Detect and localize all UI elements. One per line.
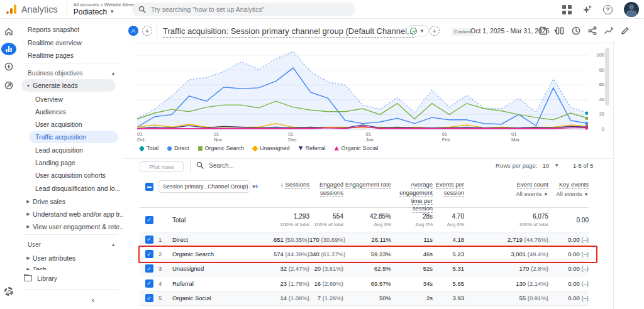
divider (613, 41, 614, 309)
report-avatar-badge[interactable]: A (128, 26, 138, 36)
table-total-row: Total 1,293100% of total 554100% of tota… (140, 208, 589, 232)
plot-rows-button[interactable]: Plot rows (140, 161, 184, 172)
chevron-expanded-icon: ▼ (24, 84, 33, 88)
pin-marker-icon (139, 145, 145, 151)
table-row-organic-social: 5 Organic Social 14 (1.08%) 7 (1.26%) 50… (140, 291, 589, 306)
chart-legend: Total Direct Organic Search Unassigned R… (140, 145, 378, 151)
sidebar-item-user-attributes[interactable]: ▶User attributes (18, 252, 123, 264)
sidebar-item-realtime-pages[interactable]: Realtime pages (18, 49, 123, 62)
history-clock-icon[interactable] (571, 26, 581, 36)
table-row-referral: 4 Referral 23 (1.78%) 16 (2.89%) 69.57% … (140, 276, 589, 291)
user-avatar[interactable] (624, 2, 639, 17)
sidebar-section-business-objectives[interactable]: Business objectives▴ (18, 67, 123, 79)
x-axis-label: 01Dec (288, 131, 296, 143)
apps-grid-icon[interactable] (562, 5, 572, 14)
chevron-down-icon: ▼ (419, 28, 425, 34)
account-switcher[interactable]: All accounts > Website Aliner Podiatech▼ (74, 2, 135, 16)
row-checkbox[interactable] (145, 294, 153, 302)
report-toolbar: A + Traffic acquisition: Session primary… (123, 23, 644, 41)
sidebar-item-generate-leads[interactable]: ▼ Generate leads (18, 79, 123, 92)
sidebar-item-traffic-acquisition[interactable]: Traffic acquisition (18, 131, 123, 143)
event-count-filter[interactable]: All events ▼ (464, 190, 548, 198)
table-search-input[interactable] (209, 162, 291, 169)
chevron-down-icon[interactable]: ▼ (554, 163, 559, 168)
row-checkbox[interactable] (145, 236, 153, 244)
sidebar-item-user-acquisition-cohorts[interactable]: User acquisition cohorts (18, 169, 123, 182)
divider (23, 234, 118, 235)
sidebar-item-overview[interactable]: Overview (18, 93, 123, 106)
sidebar-item-lead-disqualification[interactable]: Lead disqualification and lo... (18, 182, 123, 195)
diamond-marker-icon (252, 145, 258, 151)
advertising-icon[interactable] (3, 79, 15, 92)
compare-icon[interactable] (555, 26, 565, 36)
key-events-filter[interactable]: All events ▼ (548, 190, 589, 198)
sort-desc-icon: ↓ (280, 181, 284, 188)
table-search[interactable] (196, 161, 291, 169)
sidebar-item-lead-acquisition[interactable]: Lead acquisition (18, 144, 123, 156)
reports-sidebar: Reports snapshot Realtime overview Realt… (18, 19, 123, 309)
sidebar-item-library[interactable]: Library (18, 270, 123, 286)
y-axis-label: 100 (596, 52, 604, 58)
help-icon[interactable]: ? (603, 5, 613, 14)
legend-item-referral: Referral (299, 145, 326, 151)
sidebar-item-landing-page[interactable]: Landing page (18, 156, 123, 169)
add-report-button[interactable]: + (430, 26, 440, 36)
gemini-sparkle-icon[interactable] (583, 5, 592, 14)
table-row-organic-search: 2 Organic Search 574 (44.39%) 340 (61.37… (140, 247, 589, 261)
x-axis-label: 01Mar (511, 131, 519, 143)
sidebar-item-understand-traffic[interactable]: ▶Understand web and/or app tr... (18, 208, 123, 220)
share-icon[interactable] (587, 26, 597, 36)
table-body: 1 Direct 651 (50.35%) 170 (30.69%) 26.11… (140, 232, 589, 306)
sidebar-item-view-engagement[interactable]: ▶View user engagement & rete... (18, 220, 123, 233)
folder-icon (24, 275, 32, 281)
chevron-right-icon: ▶ (24, 199, 33, 204)
global-search-input[interactable] (151, 6, 340, 13)
insights-icon[interactable] (604, 26, 614, 36)
row-checkbox[interactable] (145, 264, 153, 273)
reports-icon[interactable] (1, 43, 16, 55)
sidebar-item-reports-snapshot[interactable]: Reports snapshot (18, 23, 123, 36)
total-row-checkbox[interactable] (145, 216, 153, 224)
dimension-selector[interactable]: Session primary...Channel Group)▼ (158, 180, 250, 193)
divider (23, 63, 118, 63)
collapse-sidebar-button[interactable]: ‹ (92, 295, 94, 305)
row-checkbox[interactable] (145, 250, 153, 258)
select-all-checkbox[interactable] (145, 183, 153, 191)
divider (129, 43, 613, 43)
home-icon[interactable] (3, 25, 15, 38)
row-checkbox[interactable] (145, 279, 153, 288)
x-axis-label: 01Jan (366, 131, 374, 143)
sidebar-item-drive-sales[interactable]: ▶Drive sales (18, 195, 123, 208)
sidebar-item-realtime-overview[interactable]: Realtime overview (18, 36, 123, 49)
chevron-up-icon: ▴ (112, 70, 114, 76)
divider (23, 289, 118, 290)
explore-icon[interactable] (3, 60, 15, 73)
report-status-badge[interactable]: ▼ (406, 25, 429, 36)
sidebar-item-user-acquisition[interactable]: User acquisition (18, 118, 123, 131)
global-search[interactable] (132, 3, 355, 16)
sidebar-section-user[interactable]: User▴ (18, 238, 123, 251)
table-header: Session primary...Channel Group)▼ + ↓ Se… (140, 176, 589, 208)
table-row-direct: 1 Direct 651 (50.35%) 170 (30.69%) 26.11… (140, 232, 589, 247)
chevron-down-icon: ▼ (109, 9, 114, 15)
x-axis-label: 01Oct (137, 131, 145, 143)
report-title[interactable]: Traffic acquisition: Session primary cha… (163, 26, 414, 38)
y-axis-label: 20 (599, 111, 604, 117)
y-axis-label: 0 (602, 126, 604, 132)
pagination-range: 1-5 of 5 (573, 162, 593, 169)
custom-date-chip: Custom (452, 28, 473, 36)
chevron-right-icon: ▶ (24, 212, 33, 217)
chevron-down-icon: ▼ (543, 192, 548, 197)
admin-gear-icon[interactable] (3, 285, 15, 298)
edit-pencil-icon[interactable] (620, 26, 630, 36)
feedback-note-icon[interactable] (538, 26, 548, 36)
check-circle-icon (410, 28, 417, 35)
add-comparison-button[interactable]: + (142, 26, 152, 36)
chevron-up-icon: ▴ (112, 242, 114, 247)
vertical-scrollbar[interactable] (605, 48, 609, 106)
x-axis-label: 01Nov (214, 131, 222, 143)
analytics-logo-icon[interactable] (6, 4, 16, 14)
rows-per-page-select[interactable]: 10 (543, 162, 550, 169)
nav-rail (0, 19, 18, 309)
sidebar-item-audiences[interactable]: Audiences (18, 106, 123, 118)
